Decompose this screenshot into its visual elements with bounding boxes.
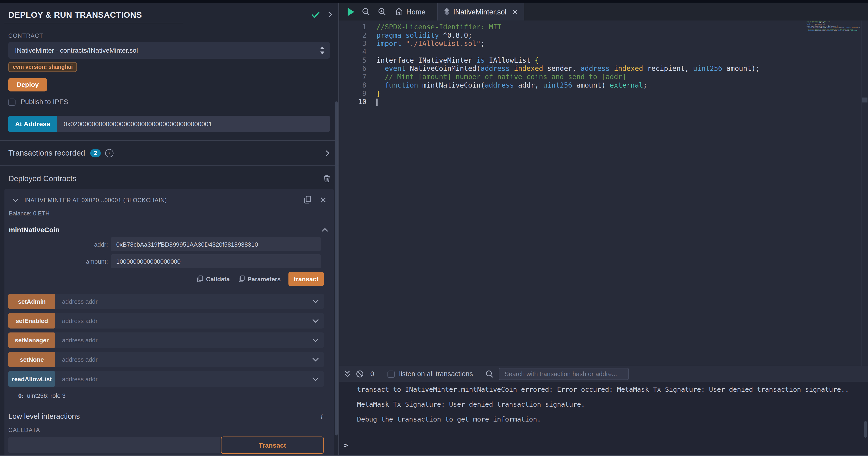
contract-label: CONTRACT (8, 32, 338, 39)
line-number: 7 (339, 73, 367, 81)
editor-scrollbar[interactable] (861, 21, 868, 366)
output-value: uint256: role 3 (27, 392, 66, 399)
evm-version-badge: evm version: shanghai (8, 62, 77, 72)
code-line-5[interactable]: 5interface INativeMinter is IAllowList { (339, 56, 868, 64)
low-level-transact-button[interactable]: Transact (221, 437, 324, 454)
expand-function-chevron-icon[interactable] (312, 377, 319, 381)
code-area[interactable]: 1//SPDX-License-Identifier: MIT2pragma s… (339, 21, 868, 366)
deploy-button[interactable]: Deploy (8, 78, 47, 91)
code-line-6[interactable]: 6 event NativeCoinMinted(address indexed… (339, 64, 868, 73)
function-input-placeholder[interactable]: address addr (62, 298, 312, 305)
copy-address-icon[interactable] (304, 196, 311, 204)
window-top-strip (0, 0, 868, 3)
low-level-info-icon: i (321, 412, 323, 421)
function-row-setAdmin: setAdminaddress addr (8, 294, 324, 309)
expand-function-chevron-icon[interactable] (312, 299, 319, 304)
remove-contract-icon[interactable] (320, 197, 326, 203)
function-input-placeholder[interactable]: address addr (62, 317, 312, 324)
contract-expand-caret-icon[interactable] (12, 198, 19, 202)
calldata-label: CALLDATA (8, 427, 324, 433)
code-line-8[interactable]: 8 function mintNativeCoin(address addr, … (339, 81, 868, 89)
function-button-setManager[interactable]: setManager (8, 332, 55, 348)
scrollbar-marker (862, 97, 868, 103)
collapse-function-chevron-icon[interactable] (321, 228, 328, 232)
line-number: 6 (339, 64, 367, 73)
expand-terminal-double-chevron-icon[interactable] (344, 370, 350, 378)
at-address-input[interactable] (57, 116, 330, 132)
expand-function-chevron-icon[interactable] (312, 319, 319, 323)
at-address-button[interactable]: At Address (8, 116, 57, 132)
terminal-prompt[interactable]: > (344, 441, 348, 450)
select-updown-icon (320, 47, 324, 54)
solidity-file-icon (444, 8, 450, 16)
transactions-recorded-section[interactable]: Transactions recorded 2 i (0, 140, 338, 166)
deployed-contract-card: INATIVEMINTER AT 0X020...00001 (BLOCKCHA… (4, 189, 334, 455)
contract-select[interactable]: INativeMinter - contracts/INativeMinter.… (8, 42, 330, 59)
listen-all-transactions-checkbox[interactable] (388, 370, 395, 377)
expand-function-chevron-icon[interactable] (312, 338, 319, 342)
addr-field-label: addr: (4, 241, 111, 248)
left-panel-scrollbar[interactable] (335, 101, 338, 435)
expand-function-chevron-icon[interactable] (312, 357, 319, 362)
code-line-4[interactable]: 4 (339, 48, 868, 56)
function-button-readAllowList[interactable]: readAllowList (8, 371, 55, 387)
line-number: 1 (339, 23, 367, 31)
panel-title: DEPLOY & RUN TRANSACTIONS (8, 10, 311, 19)
function-button-setAdmin[interactable]: setAdmin (8, 294, 55, 309)
code-line-7[interactable]: 7 // Mint [amount] number of native coin… (339, 73, 868, 81)
copy-calldata-action[interactable]: Calldata (197, 275, 230, 283)
function-input-placeholder[interactable]: address addr (62, 356, 312, 363)
tab-home[interactable]: Home (395, 7, 425, 16)
run-script-play-icon[interactable] (347, 7, 354, 16)
output-index: 0: (19, 392, 24, 399)
code-line-1[interactable]: 1//SPDX-License-Identifier: MIT (339, 23, 868, 31)
code-line-3[interactable]: 3import "./IAllowList.sol"; (339, 39, 868, 48)
function-row-readAllowList: readAllowListaddress addr (8, 371, 324, 387)
tab-home-label: Home (406, 7, 426, 16)
terminal-panel: 0 listen on all transactions transact to… (339, 366, 868, 455)
calldata-action-label: Calldata (206, 276, 230, 282)
low-level-interactions-title: Low level interactions (8, 412, 321, 421)
zoom-in-icon[interactable] (378, 7, 386, 16)
code-line-2[interactable]: 2pragma solidity ^0.8.0; (339, 31, 868, 39)
function-button-setNone[interactable]: setNone (8, 352, 55, 368)
addr-field-input[interactable] (111, 237, 321, 251)
terminal-scrollbar[interactable] (864, 421, 867, 437)
copy-parameters-action[interactable]: Parameters (239, 275, 281, 283)
pending-tx-count: 0 (370, 370, 374, 378)
terminal-search-input[interactable] (499, 368, 629, 380)
editor-tabbar: Home INativeMinter.sol (339, 3, 868, 21)
window-bottom-strip (0, 455, 868, 456)
function-input-placeholder[interactable]: address addr (62, 376, 312, 382)
clear-console-ban-icon[interactable] (356, 370, 364, 378)
deployed-contracts-title: Deployed Contracts (8, 174, 323, 183)
publish-ipfs-label: Publish to IPFS (21, 98, 68, 106)
code-line-9[interactable]: 9} (339, 89, 868, 97)
transactions-count-badge: 2 (90, 149, 100, 157)
contract-balance: Balance: 0 ETH (9, 210, 334, 217)
publish-ipfs-checkbox[interactable] (8, 98, 16, 106)
panel-collapse-chevron-icon[interactable] (328, 11, 333, 19)
search-icon (486, 370, 493, 378)
code-line-10[interactable]: 10 (339, 97, 868, 106)
zoom-out-icon[interactable] (362, 7, 370, 16)
terminal-log-list: transact to INativeMinter.mintNativeCoin… (339, 382, 868, 424)
line-number: 5 (339, 56, 367, 64)
trash-icon[interactable] (323, 174, 331, 182)
tab-inativeminter[interactable]: INativeMinter.sol (437, 3, 524, 21)
close-tab-icon[interactable] (513, 9, 517, 14)
line-number: 9 (339, 89, 367, 97)
line-number: 8 (339, 81, 367, 89)
terminal-log-line: MetaMask Tx Signature: User denied trans… (357, 401, 868, 409)
transact-button[interactable]: transact (288, 272, 324, 286)
compile-success-check-icon (311, 11, 320, 19)
terminal-log-line: Debug the transaction to get more inform… (357, 416, 868, 424)
editor-minimap[interactable]: //SPDX-License-Identifier: MITpragma sol… (807, 21, 860, 34)
transactions-expand-chevron-icon[interactable] (325, 149, 330, 156)
text-cursor (376, 98, 377, 106)
function-button-setEnabled[interactable]: setEnabled (8, 313, 55, 329)
amount-field-input[interactable] (111, 254, 321, 268)
calldata-input[interactable] (8, 437, 220, 453)
line-number: 4 (339, 48, 367, 56)
function-input-placeholder[interactable]: address addr (62, 337, 312, 343)
